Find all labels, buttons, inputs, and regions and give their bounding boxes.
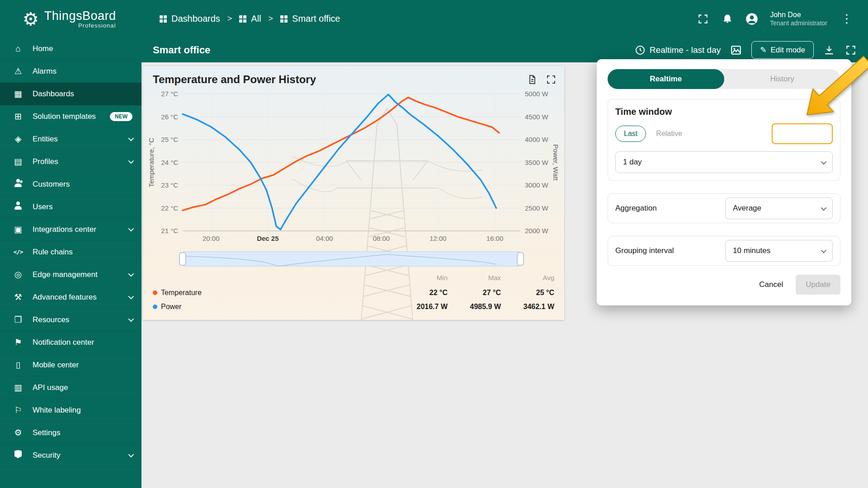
breadcrumb-label: All [251, 14, 261, 24]
svg-text:2000 W: 2000 W [525, 227, 549, 235]
aggregation-select[interactable]: Average [725, 197, 833, 219]
time-window-popup: Realtime History Time window Last Relati… [597, 59, 851, 305]
sidebar-item-label: Dashboards [33, 89, 74, 99]
resources-icon: ❒ [13, 314, 24, 325]
app-name: ThingsBoard [44, 9, 116, 23]
fullscreen-icon[interactable] [697, 13, 709, 25]
svg-text:24 °C: 24 °C [161, 159, 178, 166]
interval-mode-toggle: Last Relative [615, 126, 690, 142]
svg-text:20:00: 20:00 [203, 235, 220, 242]
svg-text:22 °C: 22 °C [161, 204, 178, 212]
stats-header-min: Min [394, 274, 448, 286]
power-min-value: 2016.7 W [394, 300, 448, 314]
pencil-icon: ✎ [760, 45, 766, 55]
dashboards-grid-icon [239, 15, 246, 23]
grouping-interval-section: Grouping interval 10 minutes [608, 236, 840, 266]
cancel-button[interactable]: Cancel [753, 276, 789, 294]
chart-svg[interactable]: 21 °C22 °C23 °C24 °C25 °C26 °C27 °C2000 … [143, 84, 564, 278]
svg-text:3000 W: 3000 W [525, 181, 549, 189]
sidebar-item-mobile-center[interactable]: ▯ Mobile center [0, 354, 142, 376]
time-window-heading: Time window [615, 107, 833, 117]
svg-text:5000 W: 5000 W [525, 90, 549, 98]
notifications-bell-icon[interactable] [721, 13, 734, 25]
sidebar-item-advanced-features[interactable]: ⚒ Advanced features [0, 286, 142, 309]
sidebar-item-edge-management[interactable]: ◎ Edge management [0, 263, 142, 286]
aggregation-label: Aggregation [615, 204, 657, 213]
svg-text:Power, Watt: Power, Watt [552, 144, 560, 181]
sidebar-item-label: Settings [33, 428, 60, 437]
grouping-interval-select[interactable]: 10 minutes [725, 240, 833, 262]
sidebar-item-rule-chains[interactable]: </> Rule chains [0, 241, 142, 263]
widget-fullscreen-icon[interactable] [545, 74, 557, 85]
stats-header-max: Max [448, 274, 501, 286]
entities-icon: ◈ [13, 134, 24, 144]
svg-text:3500 W: 3500 W [525, 159, 549, 166]
sidebar-item-label: Rule chains [33, 248, 73, 257]
slider-left-handle[interactable] [179, 253, 186, 265]
home-icon: ⌂ [13, 44, 24, 54]
update-button[interactable]: Update [796, 275, 840, 295]
legend-item-temperature[interactable]: Temperature [153, 286, 394, 300]
svg-text:16:00: 16:00 [486, 235, 504, 242]
sidebar-item-label: Solution templates [33, 112, 96, 121]
aggregation-select-value: Average [733, 204, 761, 213]
app-tagline: Professional [78, 22, 116, 29]
export-data-icon[interactable] [526, 74, 538, 85]
kebab-menu-icon[interactable]: ⋮ [839, 12, 854, 26]
mode-last-chip[interactable]: Last [615, 126, 646, 142]
sidebar-item-label: White labeling [33, 406, 81, 415]
sidebar-item-home[interactable]: ⌂ Home [0, 38, 142, 60]
sidebar-item-notification-center[interactable]: ⚑ Notification center [0, 331, 142, 354]
sidebar-item-label: Notification center [33, 338, 94, 347]
app-header: ⚙ ThingsBoard Professional Dashboards > … [0, 0, 868, 38]
download-icon[interactable] [823, 44, 835, 56]
sidebar-item-label: Home [33, 44, 53, 53]
alarms-icon: ⚠ [13, 66, 24, 76]
svg-text:26 °C: 26 °C [161, 113, 178, 121]
sidebar-item-profiles[interactable]: ▤ Profiles [0, 150, 142, 173]
timewindow-button[interactable]: Realtime - last day [635, 45, 721, 56]
chevron-down-icon [128, 271, 134, 277]
dashboard-title: Smart office [153, 44, 210, 56]
sidebar-item-alarms[interactable]: ⚠ Alarms [0, 60, 142, 83]
mode-relative-chip[interactable]: Relative [648, 126, 690, 141]
sidebar-item-customers[interactable]: Customers [0, 173, 142, 196]
svg-text:Dec 25: Dec 25 [257, 235, 278, 242]
breadcrumb-item-smart-office[interactable]: Smart office [280, 14, 340, 24]
breadcrumb-item-all[interactable]: All [239, 14, 261, 24]
image-gallery-icon[interactable] [730, 44, 742, 56]
sidebar-item-solution-templates[interactable]: ⊞ Solution templates NEW [0, 105, 142, 128]
avatar[interactable] [745, 13, 758, 25]
tab-realtime[interactable]: Realtime [608, 69, 724, 89]
sidebar-item-settings[interactable]: ⚙ Settings [0, 422, 142, 444]
chevron-down-icon [128, 226, 134, 232]
interval-select[interactable]: 1 day [615, 151, 833, 173]
legend-item-power[interactable]: Power [153, 300, 394, 314]
user-role: Tenant administrator [770, 19, 827, 28]
grouping-interval-select-value: 10 minutes [733, 246, 770, 255]
temperature-avg-value: 25 °C [501, 286, 554, 300]
app-logo[interactable]: ⚙ ThingsBoard Professional [0, 9, 142, 29]
sidebar-item-users[interactable]: Users [0, 196, 142, 218]
slider-right-handle[interactable] [517, 253, 524, 265]
dashboard-fullscreen-icon[interactable] [844, 44, 857, 56]
sidebar-item-white-labeling[interactable]: ⚐ White labeling [0, 399, 142, 422]
user-info[interactable]: John Doe Tenant administrator [770, 10, 827, 28]
svg-text:04:00: 04:00 [316, 235, 333, 242]
sidebar-item-entities[interactable]: ◈ Entities [0, 128, 142, 150]
edit-mode-button[interactable]: ✎ Edit mode [751, 41, 814, 59]
dashboards-grid-icon [160, 15, 167, 23]
api-usage-icon: ▥ [13, 382, 24, 393]
sidebar-item-resources[interactable]: ❒ Resources [0, 309, 142, 331]
highlighted-empty-field[interactable] [772, 123, 833, 144]
sidebar-item-api-usage[interactable]: ▥ API usage [0, 376, 142, 399]
white-labeling-icon: ⚐ [13, 405, 24, 415]
temperature-series-dot [153, 291, 157, 295]
sidebar-item-integrations-center[interactable]: ▣ Integrations center [0, 218, 142, 241]
sidebar-item-security[interactable]: Security [0, 444, 142, 467]
sidebar-item-dashboards[interactable]: ▦ Dashboards [0, 83, 142, 105]
tab-history[interactable]: History [724, 69, 841, 89]
chevron-down-icon [821, 159, 827, 164]
breadcrumb-item-dashboards[interactable]: Dashboards [160, 14, 220, 24]
profiles-icon: ▤ [13, 156, 24, 167]
